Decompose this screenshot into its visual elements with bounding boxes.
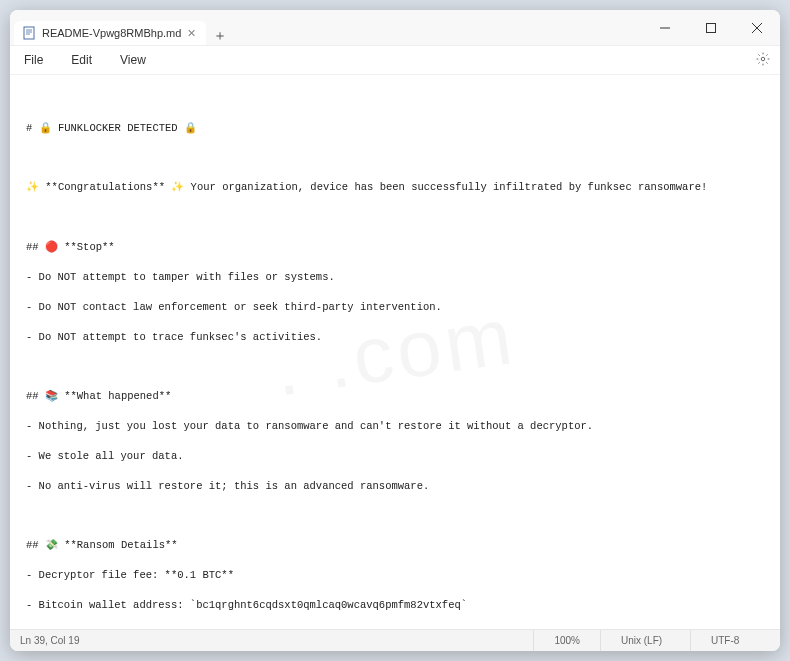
text-line: - Bitcoin wallet address: `bc1qrghnt6cqd… <box>26 598 770 613</box>
settings-icon[interactable] <box>756 52 770 69</box>
svg-point-8 <box>761 57 765 61</box>
menu-left: File Edit View <box>20 50 150 70</box>
status-encoding[interactable]: UTF-8 <box>690 630 780 651</box>
maximize-button[interactable] <box>688 10 734 46</box>
text-line: # 🔒 FUNKLOCKER DETECTED 🔒 <box>26 121 770 136</box>
titlebar: README-Vpwg8RMBhp.md ✕ ＋ <box>10 10 780 46</box>
text-line: - Payment instructions: <box>26 628 770 629</box>
menu-file[interactable]: File <box>20 50 47 70</box>
document-tab[interactable]: README-Vpwg8RMBhp.md ✕ <box>14 21 206 45</box>
close-button[interactable] <box>734 10 780 46</box>
text-line <box>26 359 770 374</box>
status-position: Ln 39, Col 19 <box>10 635 533 646</box>
editor-area[interactable]: . .com # 🔒 FUNKLOCKER DETECTED 🔒 ✨ **Con… <box>10 75 780 629</box>
status-zoom[interactable]: 100% <box>533 630 600 651</box>
text-line: - No anti-virus will restore it; this is… <box>26 479 770 494</box>
tab-strip: README-Vpwg8RMBhp.md ✕ ＋ <box>10 10 642 45</box>
menu-view[interactable]: View <box>116 50 150 70</box>
text-line: - Nothing, just you lost your data to ra… <box>26 419 770 434</box>
window-controls <box>642 10 780 45</box>
text-line: ## 💸 **Ransom Details** <box>26 538 770 553</box>
minimize-button[interactable] <box>642 10 688 46</box>
tab-title: README-Vpwg8RMBhp.md <box>42 27 181 39</box>
status-bar: Ln 39, Col 19 100% Unix (LF) UTF-8 <box>10 629 780 651</box>
text-line: - Do NOT contact law enforcement or seek… <box>26 300 770 315</box>
new-tab-button[interactable]: ＋ <box>206 27 234 45</box>
svg-rect-5 <box>707 24 716 33</box>
tab-close-button[interactable]: ✕ <box>187 28 196 39</box>
document-icon <box>22 26 36 40</box>
notepad-window: README-Vpwg8RMBhp.md ✕ ＋ File Edit View <box>10 10 780 651</box>
text-line: - Do NOT attempt to trace funksec's acti… <box>26 330 770 345</box>
text-line: ✨ **Congratulations** ✨ Your organizatio… <box>26 180 770 195</box>
text-line: ## 🔴 **Stop** <box>26 240 770 255</box>
text-line: - We stole all your data. <box>26 449 770 464</box>
text-line <box>26 151 770 166</box>
text-line <box>26 508 770 523</box>
text-line <box>26 210 770 225</box>
text-line: ## 📚 **What happened** <box>26 389 770 404</box>
menubar: File Edit View <box>10 46 780 75</box>
text-line: - Decryptor file fee: **0.1 BTC** <box>26 568 770 583</box>
text-line: - Do NOT attempt to tamper with files or… <box>26 270 770 285</box>
status-line-ending[interactable]: Unix (LF) <box>600 630 690 651</box>
svg-rect-0 <box>24 27 34 39</box>
menu-edit[interactable]: Edit <box>67 50 96 70</box>
